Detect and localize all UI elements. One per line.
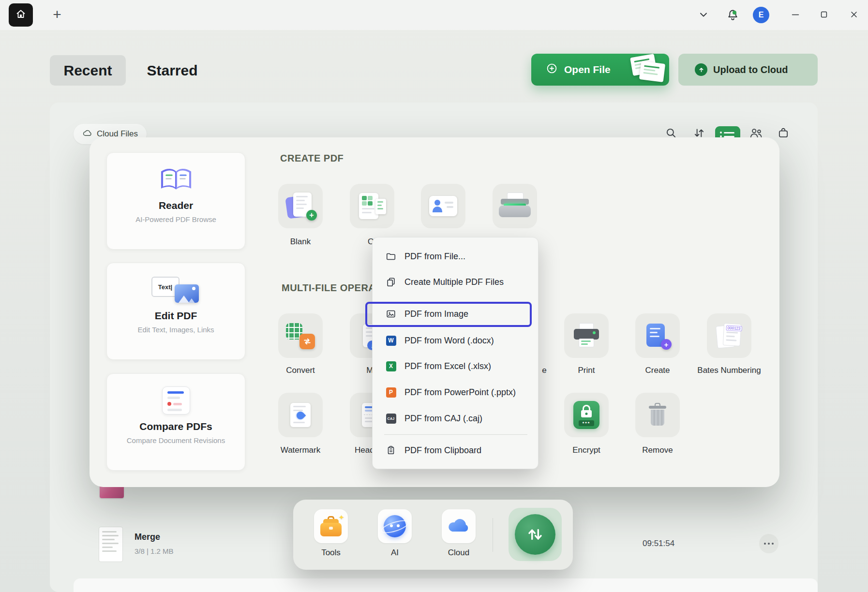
dropdown-chevron-button[interactable]: [694, 6, 713, 25]
copy-pages-icon: [385, 276, 397, 288]
compare-pdfs-title: Compare PDFs: [139, 421, 212, 432]
create-scanner-tile[interactable]: [493, 184, 537, 228]
edit-pdf-card[interactable]: Text| Edit PDF Edit Text, Images, Links: [106, 263, 245, 360]
home-tab-button[interactable]: [9, 3, 33, 27]
create-label: Create: [635, 365, 680, 376]
edit-pdf-title: Edit PDF: [155, 310, 197, 322]
encrypt-label: Encrypt: [564, 444, 609, 456]
ellipsis-icon: [764, 543, 766, 545]
bates-number-text: 000123: [726, 325, 742, 331]
reader-book-icon: [157, 163, 195, 195]
home-icon: [15, 8, 27, 22]
image-icon: [385, 308, 397, 320]
app-window: + E Recent Starred Open File: [0, 0, 868, 592]
tool-print-tile[interactable]: [564, 313, 609, 358]
open-file-button[interactable]: Open File: [531, 54, 669, 86]
create-idcard-tile[interactable]: [421, 184, 465, 228]
file-name[interactable]: Merge: [135, 532, 160, 542]
window-maximize-button[interactable]: [815, 6, 833, 25]
convert-label: Convert: [278, 365, 323, 376]
watermark-icon: [290, 403, 311, 427]
plus-icon: +: [53, 6, 61, 23]
create-pdf-context-menu: PDF from File... Create Multiple PDF Fil…: [372, 237, 539, 469]
notifications-button[interactable]: [723, 6, 742, 25]
dock-tools-button[interactable]: ✦: [314, 509, 348, 543]
compare-pdfs-card[interactable]: Compare PDFs Compare Document Revisions: [106, 373, 245, 471]
tab-starred[interactable]: Starred: [143, 55, 201, 86]
menu-item-pdf-from-caj[interactable]: CAJ PDF from CAJ (.caj): [373, 408, 538, 429]
upload-to-cloud-button[interactable]: Upload to Cloud: [678, 54, 818, 86]
reader-subtitle: AI-Powered PDF Browse: [135, 215, 216, 223]
menu-item-pdf-from-word[interactable]: W PDF from Word (.docx): [373, 330, 538, 351]
watermark-label: Watermark: [278, 444, 323, 456]
tab-recent[interactable]: Recent: [50, 55, 126, 86]
reader-title: Reader: [159, 200, 193, 211]
scanner-icon: [498, 192, 532, 220]
list-view-icon: [720, 132, 735, 133]
bates-numbering-icon: 000123: [715, 322, 744, 349]
plus-circle-icon: [546, 62, 558, 77]
dock-tools-label: Tools: [307, 548, 355, 558]
menu-item-create-multiple[interactable]: Create Multiple PDF Files: [373, 271, 538, 293]
window-minimize-button[interactable]: [786, 6, 805, 25]
tool-remove-tile[interactable]: [635, 393, 680, 437]
reader-card[interactable]: Reader AI-Powered PDF Browse: [106, 152, 245, 250]
compare-pdfs-subtitle: Compare Document Revisions: [127, 436, 225, 444]
file-timestamp: 09:51:54: [643, 539, 674, 548]
tool-watermark-tile[interactable]: [278, 393, 323, 437]
tool-convert-tile[interactable]: [278, 313, 323, 358]
dock-ai-button[interactable]: [378, 509, 412, 543]
window-close-button[interactable]: [845, 6, 863, 25]
compare-pdfs-icon: [162, 386, 190, 414]
encrypt-lock-icon: ***: [573, 401, 599, 429]
menu-item-pdf-from-powerpoint[interactable]: P PDF from PowerPoint (.pptx): [373, 382, 538, 403]
new-tab-button[interactable]: +: [47, 5, 67, 24]
menu-item-pdf-from-image[interactable]: PDF from Image: [373, 303, 538, 325]
photo-glyph: [175, 284, 199, 303]
print-label: Print: [564, 365, 609, 376]
caj-icon: CAJ: [386, 414, 396, 424]
clipboard-icon: [385, 444, 397, 456]
file-thumbnail-merge[interactable]: [99, 527, 123, 562]
blank-tile-label: Blank: [278, 236, 323, 248]
word-icon: W: [386, 336, 396, 346]
encrypt-stars-text: ***: [579, 420, 594, 426]
trash-icon: [647, 402, 668, 428]
menu-item-pdf-from-excel[interactable]: X PDF from Excel (.xlsx): [373, 355, 538, 377]
convert-icon: [286, 322, 315, 349]
menu-item-pdf-from-file[interactable]: PDF from File...: [373, 246, 538, 267]
dock-cloud-button[interactable]: [442, 509, 476, 543]
minimize-icon: [790, 9, 801, 22]
bag-icon: [777, 127, 790, 141]
converter-app-button[interactable]: [509, 508, 562, 561]
file-more-options-button[interactable]: [759, 534, 778, 553]
folder-icon: [385, 251, 397, 262]
tool-create-tile[interactable]: +: [635, 313, 680, 358]
create-blank-tile[interactable]: +: [278, 184, 323, 228]
powerpoint-icon: P: [386, 387, 396, 398]
print-icon: [573, 323, 600, 348]
covered-label-partial: e: [539, 365, 549, 376]
multi-file-heading: MULTI-FILE OPERAT: [282, 282, 381, 294]
bates-numbering-label: Bates Numbering: [693, 365, 765, 376]
titlebar: + E: [0, 0, 868, 30]
create-others-tile[interactable]: [350, 184, 394, 228]
maximize-icon: [819, 10, 829, 21]
bottom-dock: ✦ Tools AI Cloud: [293, 500, 573, 570]
bell-icon: [726, 8, 739, 23]
store-button[interactable]: [774, 125, 793, 143]
blank-pdf-icon: +: [285, 192, 315, 221]
user-avatar[interactable]: E: [753, 7, 769, 23]
id-card-icon: [429, 196, 457, 216]
file-meta: 3/8 | 1.2 MB: [135, 547, 174, 555]
notification-dot: [733, 11, 736, 15]
menu-item-pdf-from-clipboard[interactable]: PDF from Clipboard: [373, 440, 538, 461]
tool-encrypt-tile[interactable]: ***: [564, 393, 609, 437]
tool-bates-tile[interactable]: 000123: [707, 313, 751, 358]
upload-to-cloud-label: Upload to Cloud: [713, 64, 788, 75]
create-icon: +: [644, 323, 671, 349]
edit-pdf-icon: Text|: [150, 275, 202, 305]
cloud-blue-icon: [447, 517, 471, 536]
upload-arrow-icon: [695, 63, 707, 76]
create-pdf-heading: CREATE PDF: [280, 153, 344, 164]
